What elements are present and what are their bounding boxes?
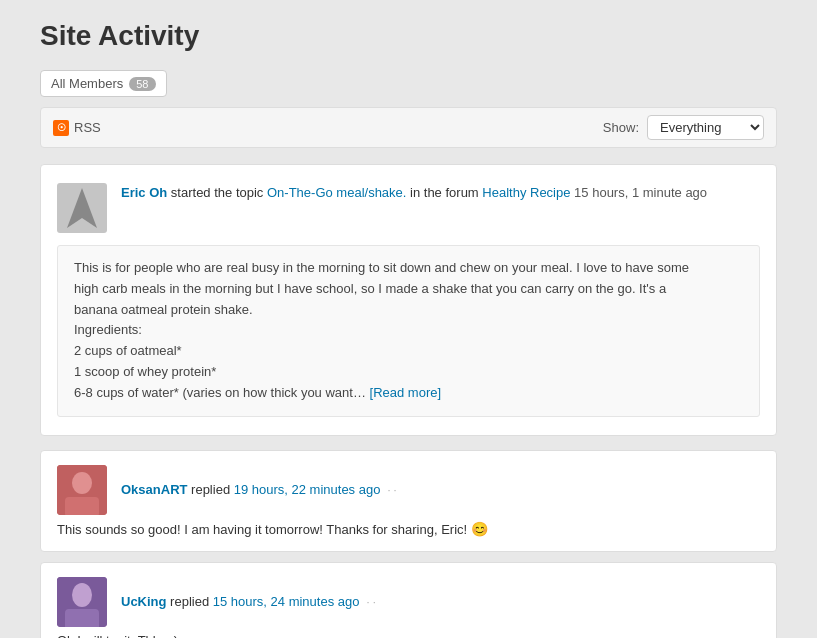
tabs-bar: All Members 58 bbox=[40, 70, 777, 97]
rss-icon: ☉ bbox=[53, 120, 69, 136]
reply-1-user[interactable]: OksanART bbox=[121, 482, 187, 497]
reply-2-body-text: Ok I will try it. Thk u:) bbox=[57, 633, 178, 638]
reply-2-header: UcKing replied 15 hours, 24 minutes ago … bbox=[57, 577, 760, 627]
tab-all-members-label: All Members bbox=[51, 76, 123, 91]
svg-point-2 bbox=[72, 472, 92, 494]
svg-point-5 bbox=[72, 583, 92, 607]
page-title: Site Activity bbox=[40, 20, 777, 52]
activity-header: Eric Oh started the topic On-The-Go meal… bbox=[57, 183, 760, 233]
main-user-link[interactable]: Eric Oh bbox=[121, 185, 167, 200]
reply-1-body: This sounds so good! I am having it tomo… bbox=[57, 521, 760, 537]
body-line5: 2 cups of oatmeal* bbox=[74, 343, 182, 358]
reply-2-time: 15 hours, 24 minutes ago bbox=[213, 594, 360, 609]
reply-2-avatar bbox=[57, 577, 107, 627]
body-line1: This is for people who are real busy in … bbox=[74, 260, 689, 275]
reply-1: OksanART replied 19 hours, 22 minutes ag… bbox=[40, 450, 777, 552]
tab-all-members-badge: 58 bbox=[129, 77, 155, 91]
reply-1-body-text: This sounds so good! I am having it tomo… bbox=[57, 522, 488, 537]
reply-1-dot-menu[interactable]: · · bbox=[384, 484, 396, 496]
main-post-time: 15 hours, 1 minute ago bbox=[574, 185, 707, 200]
main-avatar bbox=[57, 183, 107, 233]
svg-marker-0 bbox=[67, 188, 97, 228]
rss-label: RSS bbox=[74, 120, 101, 135]
ucking-avatar-img bbox=[57, 577, 107, 627]
reply-2-body: Ok I will try it. Thk u:) bbox=[57, 633, 760, 638]
rss-link[interactable]: ☉ RSS bbox=[53, 120, 101, 136]
oksanart-avatar-img bbox=[57, 465, 107, 515]
page-wrapper: Site Activity All Members 58 ☉ RSS Show:… bbox=[0, 0, 817, 638]
activity-meta: Eric Oh started the topic On-The-Go meal… bbox=[121, 183, 707, 203]
show-select[interactable]: Everything Updates New Topics Replies bbox=[647, 115, 764, 140]
topic-link[interactable]: On-The-Go meal/shake. bbox=[267, 185, 406, 200]
read-more-link[interactable]: [Read more] bbox=[370, 385, 442, 400]
reply-2-dot-menu[interactable]: · · bbox=[363, 596, 375, 608]
reply-2: UcKing replied 15 hours, 24 minutes ago … bbox=[40, 562, 777, 638]
main-activity-post: Eric Oh started the topic On-The-Go meal… bbox=[40, 164, 777, 436]
reply-1-avatar bbox=[57, 465, 107, 515]
toolbar-row: ☉ RSS Show: Everything Updates New Topic… bbox=[40, 107, 777, 148]
tab-all-members[interactable]: All Members 58 bbox=[40, 70, 167, 97]
reply-2-meta: UcKing replied 15 hours, 24 minutes ago … bbox=[121, 592, 376, 612]
show-filter: Show: Everything Updates New Topics Repl… bbox=[603, 115, 764, 140]
reply-1-time: 19 hours, 22 minutes ago bbox=[234, 482, 381, 497]
emoji-smile: 😊 bbox=[471, 521, 488, 537]
svg-rect-6 bbox=[65, 609, 99, 627]
activity-body: This is for people who are real busy in … bbox=[57, 245, 760, 417]
body-line3: banana oatmeal protein shake. bbox=[74, 302, 253, 317]
reply-2-user[interactable]: UcKing bbox=[121, 594, 167, 609]
show-label: Show: bbox=[603, 120, 639, 135]
reply-1-header: OksanART replied 19 hours, 22 minutes ag… bbox=[57, 465, 760, 515]
reply-1-meta: OksanART replied 19 hours, 22 minutes ag… bbox=[121, 480, 397, 500]
body-line4: Ingredients: bbox=[74, 322, 142, 337]
svg-rect-3 bbox=[65, 497, 99, 515]
body-line2: high carb meals in the morning but I hav… bbox=[74, 281, 666, 296]
forum-link[interactable]: Healthy Recipe bbox=[482, 185, 570, 200]
body-line6: 1 scoop of whey protein* bbox=[74, 364, 216, 379]
body-line7: 6-8 cups of water* (varies on how thick … bbox=[74, 385, 366, 400]
